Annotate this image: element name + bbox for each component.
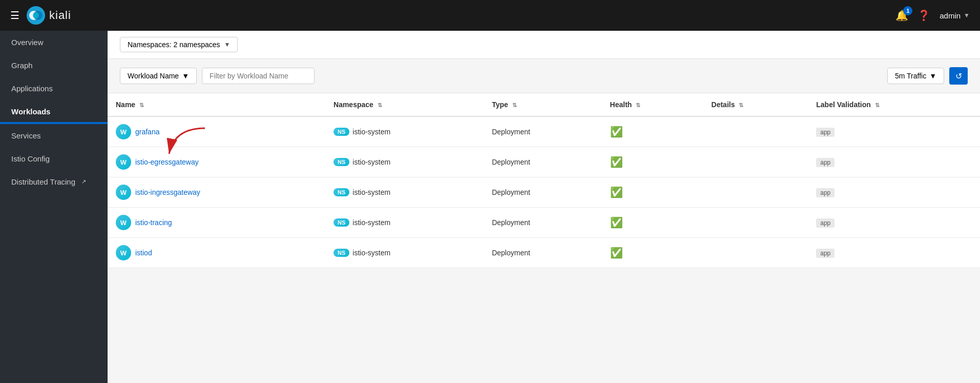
ns-badge: NS — [333, 188, 349, 196]
help-icon[interactable]: ❓ — [918, 9, 930, 22]
table: Name ⇅ Namespace ⇅ Type ⇅ Health — [108, 93, 980, 268]
health-icon: ✅ — [610, 247, 623, 258]
sidebar-item-graph[interactable]: Graph — [0, 54, 108, 77]
ns-badge: NS — [333, 128, 349, 136]
label-badge: app — [816, 249, 835, 258]
table-body: W grafana NS istio-system Deployment ✅ a… — [108, 116, 980, 268]
sort-name-icon: ⇅ — [139, 102, 144, 108]
col-type[interactable]: Type ⇅ — [484, 93, 601, 116]
label-badge: app — [816, 128, 835, 137]
sort-label-icon: ⇅ — [875, 102, 880, 108]
refresh-icon: ↺ — [955, 71, 962, 81]
ns-cell: NS istio-system — [333, 249, 475, 257]
name-cell: W grafana — [116, 124, 317, 139]
namespace-value: istio-system — [352, 158, 390, 166]
sidebar-item-istio-config[interactable]: Istio Config — [0, 147, 108, 170]
cell-health: ✅ — [602, 238, 703, 268]
cell-type: Deployment — [484, 208, 601, 238]
traffic-chevron-icon: ▼ — [929, 72, 936, 80]
cell-namespace: NS istio-system — [325, 147, 484, 177]
filter-input[interactable] — [202, 68, 315, 84]
table-header: Name ⇅ Namespace ⇅ Type ⇅ Health — [108, 93, 980, 116]
cell-health: ✅ — [602, 177, 703, 208]
sidebar-item-label: Workloads — [11, 107, 50, 116]
type-value: Deployment — [492, 218, 530, 227]
cell-name: W istio-egressgateway — [108, 147, 325, 177]
notification-bell[interactable]: 🔔 1 — [895, 9, 908, 22]
type-value: Deployment — [492, 128, 530, 136]
sidebar-item-applications[interactable]: Applications — [0, 77, 108, 100]
ns-badge: NS — [333, 158, 349, 166]
cell-label-validation: app — [808, 116, 980, 147]
type-value: Deployment — [492, 158, 530, 166]
external-link-icon: ↗ — [81, 178, 86, 185]
ns-cell: NS istio-system — [333, 128, 475, 136]
table-row: W istio-ingressgateway NS istio-system D… — [108, 177, 980, 208]
workload-link[interactable]: istio-egressgateway — [135, 158, 199, 166]
workload-link[interactable]: istio-tracing — [135, 218, 172, 227]
cell-type: Deployment — [484, 147, 601, 177]
cell-details — [703, 208, 808, 238]
admin-menu[interactable]: admin ▼ — [940, 11, 970, 20]
workload-link[interactable]: istiod — [135, 249, 152, 257]
cell-name: W grafana — [108, 116, 325, 147]
filter-dropdown-chevron-icon: ▼ — [182, 72, 189, 80]
health-icon: ✅ — [610, 187, 623, 198]
cell-namespace: NS istio-system — [325, 208, 484, 238]
label-badge: app — [816, 188, 835, 197]
table-row: W istio-egressgateway NS istio-system De… — [108, 147, 980, 177]
table-row: W istiod NS istio-system Deployment ✅ ap… — [108, 238, 980, 268]
health-icon: ✅ — [610, 156, 623, 168]
label-badge: app — [816, 218, 835, 228]
cell-details — [703, 238, 808, 268]
sidebar-item-label: Graph — [11, 61, 33, 70]
refresh-button[interactable]: ↺ — [949, 67, 968, 85]
workload-link[interactable]: grafana — [135, 128, 159, 136]
hamburger-menu[interactable]: ☰ — [10, 9, 19, 22]
sort-details-icon: ⇅ — [739, 102, 743, 108]
nav-right: 🔔 1 ❓ admin ▼ — [895, 9, 970, 22]
sidebar-item-distributed-tracing[interactable]: Distributed Tracing ↗ — [0, 170, 108, 193]
namespace-selector[interactable]: Namespaces: 2 namespaces ▼ — [120, 37, 238, 52]
col-health[interactable]: Health ⇅ — [602, 93, 703, 116]
namespace-value: istio-system — [352, 218, 390, 227]
workload-badge: W — [116, 124, 131, 139]
toolbar-right: 5m Traffic ▼ ↺ — [887, 67, 968, 85]
name-cell: W istio-ingressgateway — [116, 185, 317, 200]
header-row: Name ⇅ Namespace ⇅ Type ⇅ Health — [108, 93, 980, 116]
col-namespace[interactable]: Namespace ⇅ — [325, 93, 484, 116]
cell-namespace: NS istio-system — [325, 238, 484, 268]
name-cell: W istiod — [116, 245, 317, 260]
sidebar-item-label: Applications — [11, 84, 53, 93]
col-label-validation[interactable]: Label Validation ⇅ — [808, 93, 980, 116]
cell-name: W istio-ingressgateway — [108, 177, 325, 208]
namespace-value: istio-system — [352, 249, 390, 257]
col-details[interactable]: Details ⇅ — [703, 93, 808, 116]
label-badge: app — [816, 158, 835, 167]
workload-link[interactable]: istio-ingressgateway — [135, 188, 200, 196]
sidebar-item-services[interactable]: Services — [0, 124, 108, 147]
sidebar-item-label: Distributed Tracing — [11, 177, 75, 186]
filter-type-dropdown[interactable]: Workload Name ▼ — [120, 68, 197, 84]
workloads-table: Name ⇅ Namespace ⇅ Type ⇅ Health — [108, 93, 980, 268]
workload-badge: W — [116, 154, 131, 170]
cell-namespace: NS istio-system — [325, 177, 484, 208]
namespace-label: Namespaces: 2 namespaces — [128, 41, 220, 49]
namespace-value: istio-system — [352, 188, 390, 196]
col-name[interactable]: Name ⇅ — [108, 93, 325, 116]
ns-badge: NS — [333, 218, 349, 227]
admin-label: admin — [940, 11, 961, 20]
type-value: Deployment — [492, 188, 530, 196]
cell-type: Deployment — [484, 177, 601, 208]
sidebar-item-workloads[interactable]: Workloads — [0, 100, 108, 124]
cell-type: Deployment — [484, 116, 601, 147]
toolbar: Workload Name ▼ 5m Traffic ▼ ↺ — [108, 59, 980, 93]
nav-left: ☰ kiali — [10, 6, 71, 25]
sidebar-item-label: Istio Config — [11, 154, 50, 163]
sidebar-item-overview[interactable]: Overview — [0, 31, 108, 54]
cell-health: ✅ — [602, 147, 703, 177]
traffic-dropdown[interactable]: 5m Traffic ▼ — [887, 68, 944, 84]
sidebar-item-label: Services — [11, 131, 41, 140]
cell-details — [703, 147, 808, 177]
type-value: Deployment — [492, 249, 530, 257]
